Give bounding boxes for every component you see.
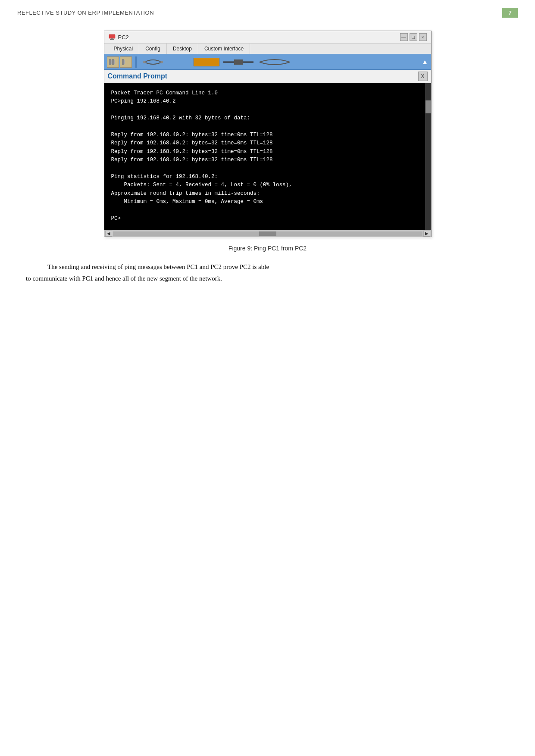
body-paragraph-2: to communicate with PC1 and hence all of… [26,273,509,284]
toolbar-cable-area [140,56,420,68]
svg-rect-5 [112,59,114,65]
toolbar: ▲ [104,54,431,70]
packet-tracer-window: PC2 — □ × Physical Config Desktop Custom… [104,31,432,237]
svg-rect-0 [109,34,115,38]
toolbar-group-left [107,56,132,68]
title-bar: PC2 — □ × [104,31,431,44]
content-area: PC2 — □ × Physical Config Desktop Custom… [0,22,535,302]
scroll-right-arrow[interactable]: ▶ [423,231,430,237]
minimize-button[interactable]: — [400,33,408,41]
svg-rect-1 [111,38,113,39]
window-title: PC2 [118,34,129,41]
tab-desktop[interactable]: Desktop [167,44,198,54]
page-number: 7 [502,8,518,18]
title-left: PC2 [109,34,129,41]
toolbar-icon-1[interactable] [107,56,119,68]
scroll-thumb-horizontal[interactable] [259,231,276,236]
restore-button[interactable]: □ [410,33,417,41]
horizontal-scrollbar[interactable]: ◀ ▶ [104,230,431,237]
svg-rect-8 [124,60,125,64]
svg-rect-3 [109,59,111,65]
command-prompt-header: Command Prompt X [104,70,431,83]
page-title: REFLECTIVE STUDY ON ERP IMPLEMENTATION [17,9,154,16]
figure-caption: Figure 9: Ping PC1 from PC2 [26,245,509,252]
toolbar-orange-block [194,58,219,66]
tabs-bar: Physical Config Desktop Custom Interface [104,44,431,54]
terminal-container: Packet Tracer PC Command Line 1.0 PC>pin… [104,83,431,230]
terminal-body[interactable]: Packet Tracer PC Command Line 1.0 PC>pin… [104,83,431,230]
pc-icon [109,34,116,41]
tab-physical[interactable]: Physical [108,44,140,54]
svg-point-10 [160,61,163,63]
svg-rect-7 [122,59,124,65]
close-button[interactable]: × [419,33,427,41]
page-header: REFLECTIVE STUDY ON ERP IMPLEMENTATION 7 [0,0,535,22]
command-prompt-close[interactable]: X [418,72,428,81]
body-text-2: to communicate with PC1 and hence all of… [26,275,222,282]
svg-point-9 [143,61,146,63]
command-prompt-title: Command Prompt [108,72,168,80]
toolbar-scroll-up[interactable]: ▲ [422,58,429,66]
window-controls[interactable]: — □ × [400,33,427,41]
toolbar-separator-1 [135,56,137,68]
svg-rect-11 [234,59,243,65]
svg-rect-6 [114,60,115,64]
svg-rect-4 [111,60,112,64]
tab-custom-interface[interactable]: Custom Interface [198,44,250,54]
scroll-thumb-vertical[interactable] [425,100,431,113]
body-text-1: The sending and receiving of ping messag… [47,263,269,270]
terminal-output: Packet Tracer PC Command Line 1.0 PC>pin… [111,89,424,223]
scroll-left-arrow[interactable]: ◀ [105,231,112,237]
tab-config[interactable]: Config [139,44,167,54]
svg-rect-2 [110,39,114,40]
scroll-track-horizontal[interactable] [113,231,422,236]
toolbar-icon-2[interactable] [120,56,132,68]
vertical-scrollbar[interactable] [425,83,431,230]
body-paragraph-1: The sending and receiving of ping messag… [26,261,509,273]
